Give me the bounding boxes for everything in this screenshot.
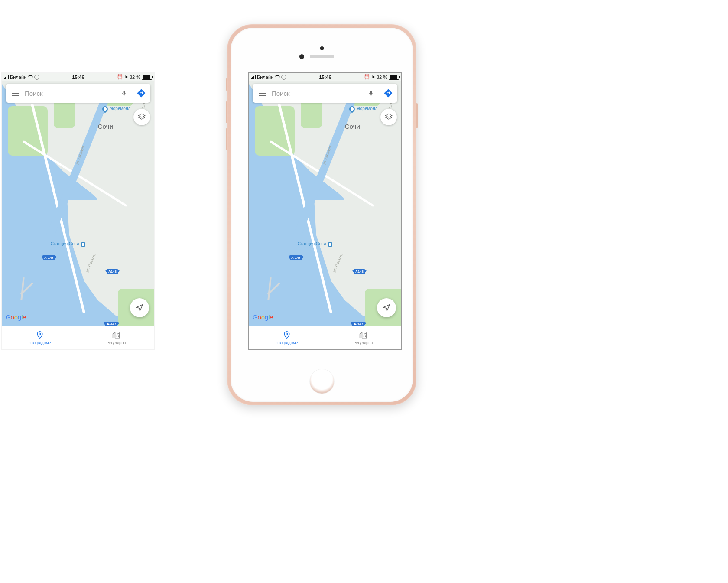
menu-button[interactable] xyxy=(253,91,272,96)
mic-icon xyxy=(121,89,127,98)
device-screen: Сочи Моремолл Станция Сочи А-147 А148 А-… xyxy=(249,73,401,349)
voice-search-button[interactable] xyxy=(116,89,132,98)
signal-icon xyxy=(251,75,256,79)
svg-point-0 xyxy=(39,333,41,335)
status-bar: Билайн 15:46 ⏰➤82 % xyxy=(2,73,154,81)
poi-mall-label: Моремолл xyxy=(109,106,130,111)
home-button[interactable] xyxy=(310,369,334,394)
loading-icon xyxy=(34,75,39,80)
search-input[interactable]: Поиск xyxy=(25,90,116,97)
screenshot-left: Сочи Моремолл Станция Сочи А-147 А148 А-… xyxy=(2,73,154,349)
wifi-icon xyxy=(28,75,33,79)
search-bar[interactable]: Поиск xyxy=(253,84,397,103)
tab-explore[interactable]: Что рядом? xyxy=(249,326,325,349)
road-shield-a147: А-147 xyxy=(43,255,55,260)
device-mockup: Сочи Моремолл Станция Сочи А-147 А148 А-… xyxy=(227,24,416,405)
directions-icon xyxy=(384,88,393,98)
wifi-icon xyxy=(275,75,280,79)
poi-station-label: Станция Сочи xyxy=(51,241,79,246)
google-logo: Google xyxy=(253,313,273,321)
clock-label: 15:46 xyxy=(72,75,84,80)
directions-icon xyxy=(136,88,146,98)
battery-label: 82 % xyxy=(130,75,140,80)
directions-button[interactable] xyxy=(379,88,397,98)
poi-mall[interactable]: Моремолл xyxy=(349,106,377,112)
tab-explore[interactable]: Что рядом? xyxy=(2,326,78,349)
device-sensor xyxy=(299,54,304,59)
device-speaker xyxy=(310,55,334,58)
bottom-tabs: Что рядом? Регулярно xyxy=(2,326,154,349)
location-arrow-icon xyxy=(382,303,391,312)
road-shield-a148: А148 xyxy=(107,269,118,274)
my-location-button[interactable] xyxy=(130,298,149,317)
bottom-tabs: Что рядом? Регулярно xyxy=(249,326,401,349)
layers-button[interactable] xyxy=(133,109,150,125)
train-icon xyxy=(328,242,332,247)
road-shield-a148: А148 xyxy=(354,269,365,274)
tab-commute[interactable]: Регулярно xyxy=(78,326,154,349)
menu-button[interactable] xyxy=(6,91,25,96)
buildings-icon xyxy=(359,331,367,339)
tab-explore-label: Что рядом? xyxy=(276,340,298,345)
directions-button[interactable] xyxy=(132,88,150,98)
status-bar: Билайн 15:46 ⏰➤82 % xyxy=(249,73,401,81)
device-camera xyxy=(320,46,324,50)
battery-icon xyxy=(142,75,152,80)
layers-icon xyxy=(384,113,393,121)
poi-mall[interactable]: Моремолл xyxy=(102,106,130,112)
alarm-icon: ⏰ xyxy=(364,74,370,80)
tab-commute[interactable]: Регулярно xyxy=(325,326,401,349)
tab-commute-label: Регулярно xyxy=(106,340,126,345)
poi-station-label: Станция Сочи xyxy=(298,241,326,246)
carrier-label: Билайн xyxy=(257,75,273,80)
clock-label: 15:46 xyxy=(319,75,331,80)
location-arrow-icon xyxy=(135,303,144,312)
city-label: Сочи xyxy=(345,123,360,130)
layers-icon xyxy=(137,113,146,121)
battery-label: 82 % xyxy=(377,75,387,80)
loading-icon xyxy=(281,75,286,80)
location-services-icon: ➤ xyxy=(371,74,375,80)
pin-icon xyxy=(36,331,44,339)
layers-button[interactable] xyxy=(380,109,397,125)
buildings-icon xyxy=(112,331,120,339)
poi-mall-label: Моремолл xyxy=(356,106,377,111)
mic-icon xyxy=(368,89,374,98)
my-location-button[interactable] xyxy=(377,298,396,317)
search-bar[interactable]: Поиск xyxy=(6,84,150,103)
alarm-icon: ⏰ xyxy=(117,74,123,80)
city-label: Сочи xyxy=(98,123,113,130)
tab-explore-label: Что рядом? xyxy=(29,340,51,345)
battery-icon xyxy=(389,75,399,80)
svg-point-1 xyxy=(286,333,288,335)
poi-station[interactable]: Станция Сочи xyxy=(51,241,85,246)
carrier-label: Билайн xyxy=(10,75,26,80)
tab-commute-label: Регулярно xyxy=(353,340,373,345)
road-shield-a147: А-147 xyxy=(290,255,302,260)
voice-search-button[interactable] xyxy=(363,89,379,98)
poi-station[interactable]: Станция Сочи xyxy=(298,241,332,246)
location-services-icon: ➤ xyxy=(124,74,128,80)
train-icon xyxy=(81,242,85,247)
search-input[interactable]: Поиск xyxy=(272,90,363,97)
signal-icon xyxy=(4,75,9,79)
pin-icon xyxy=(283,331,291,339)
google-logo: Google xyxy=(6,313,26,321)
